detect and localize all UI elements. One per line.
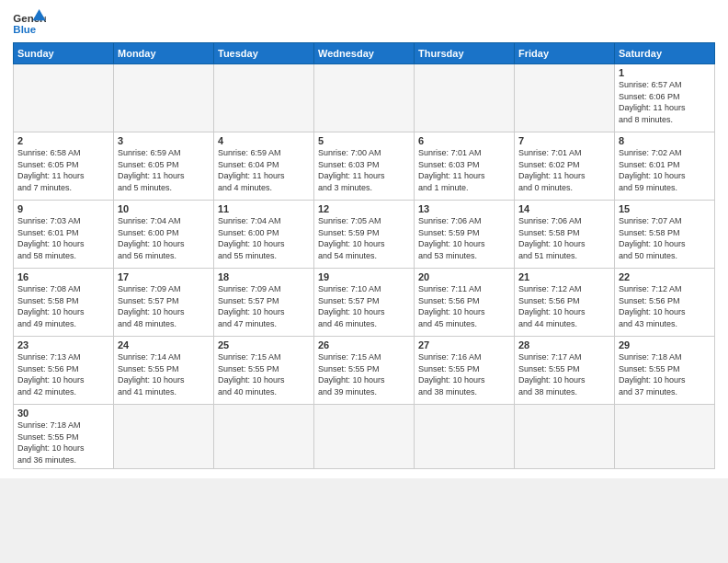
day-number: 8 — [619, 135, 711, 146]
day-cell: 2Sunrise: 6:58 AM Sunset: 6:05 PM Daylig… — [14, 132, 114, 201]
day-info: Sunrise: 7:01 AM Sunset: 6:02 PM Dayligh… — [518, 147, 610, 193]
day-cell: 16Sunrise: 7:08 AM Sunset: 5:58 PM Dayli… — [14, 269, 114, 337]
day-number: 21 — [518, 271, 610, 282]
day-cell: 26Sunrise: 7:15 AM Sunset: 5:55 PM Dayli… — [314, 337, 415, 405]
day-cell: 6Sunrise: 7:01 AM Sunset: 6:03 PM Daylig… — [415, 132, 515, 201]
day-cell — [515, 64, 615, 132]
day-cell: 10Sunrise: 7:04 AM Sunset: 6:00 PM Dayli… — [114, 201, 214, 269]
day-cell: 4Sunrise: 6:59 AM Sunset: 6:04 PM Daylig… — [214, 132, 314, 201]
day-info: Sunrise: 7:02 AM Sunset: 6:01 PM Dayligh… — [619, 147, 711, 193]
week-row-3: 9Sunrise: 7:03 AM Sunset: 6:01 PM Daylig… — [14, 201, 715, 269]
day-info: Sunrise: 7:15 AM Sunset: 5:55 PM Dayligh… — [318, 351, 410, 397]
day-cell: 20Sunrise: 7:11 AM Sunset: 5:56 PM Dayli… — [415, 269, 515, 337]
day-cell — [14, 64, 114, 132]
day-number: 10 — [118, 203, 210, 214]
day-info: Sunrise: 7:17 AM Sunset: 5:55 PM Dayligh… — [518, 351, 610, 397]
day-info: Sunrise: 7:09 AM Sunset: 5:57 PM Dayligh… — [218, 283, 310, 329]
col-header-saturday: Saturday — [615, 43, 715, 64]
col-header-sunday: Sunday — [14, 43, 114, 64]
day-info: Sunrise: 7:00 AM Sunset: 6:03 PM Dayligh… — [318, 147, 410, 193]
day-number: 18 — [218, 271, 310, 282]
day-number: 13 — [418, 203, 510, 214]
day-info: Sunrise: 7:10 AM Sunset: 5:57 PM Dayligh… — [318, 283, 410, 329]
col-header-friday: Friday — [515, 43, 615, 64]
day-cell: 29Sunrise: 7:18 AM Sunset: 5:55 PM Dayli… — [615, 337, 715, 405]
day-info: Sunrise: 7:12 AM Sunset: 5:56 PM Dayligh… — [619, 283, 711, 329]
week-row-4: 16Sunrise: 7:08 AM Sunset: 5:58 PM Dayli… — [14, 269, 715, 337]
day-number: 3 — [118, 135, 210, 146]
day-info: Sunrise: 7:18 AM Sunset: 5:55 PM Dayligh… — [17, 419, 109, 465]
day-cell: 7Sunrise: 7:01 AM Sunset: 6:02 PM Daylig… — [515, 132, 615, 201]
day-info: Sunrise: 6:58 AM Sunset: 6:05 PM Dayligh… — [17, 147, 109, 193]
day-info: Sunrise: 7:09 AM Sunset: 5:57 PM Dayligh… — [118, 283, 210, 329]
day-number: 27 — [418, 339, 510, 350]
day-number: 11 — [218, 203, 310, 214]
day-number: 14 — [518, 203, 610, 214]
day-cell: 27Sunrise: 7:16 AM Sunset: 5:55 PM Dayli… — [415, 337, 515, 405]
day-cell: 23Sunrise: 7:13 AM Sunset: 5:56 PM Dayli… — [14, 337, 114, 405]
day-info: Sunrise: 7:06 AM Sunset: 5:59 PM Dayligh… — [418, 215, 510, 261]
days-of-week-row: SundayMondayTuesdayWednesdayThursdayFrid… — [14, 43, 715, 64]
day-cell — [314, 405, 415, 469]
day-number: 29 — [619, 339, 711, 350]
col-header-monday: Monday — [114, 43, 214, 64]
day-cell: 30Sunrise: 7:18 AM Sunset: 5:55 PM Dayli… — [14, 405, 114, 469]
day-number: 7 — [518, 135, 610, 146]
day-number: 16 — [17, 271, 109, 282]
day-number: 5 — [318, 135, 410, 146]
header: GeneralBlue — [13, 9, 715, 37]
generalblue-logo-icon: GeneralBlue — [13, 9, 46, 37]
week-row-1: 1Sunrise: 6:57 AM Sunset: 6:06 PM Daylig… — [14, 64, 715, 132]
day-cell: 8Sunrise: 7:02 AM Sunset: 6:01 PM Daylig… — [615, 132, 715, 201]
day-cell: 14Sunrise: 7:06 AM Sunset: 5:58 PM Dayli… — [515, 201, 615, 269]
day-cell — [114, 405, 214, 469]
day-number: 20 — [418, 271, 510, 282]
day-cell — [114, 64, 214, 132]
svg-text:Blue: Blue — [13, 24, 36, 35]
day-info: Sunrise: 7:03 AM Sunset: 6:01 PM Dayligh… — [17, 215, 109, 261]
day-cell — [515, 405, 615, 469]
page: GeneralBlue SundayMondayTuesdayWednesday… — [0, 0, 728, 478]
col-header-thursday: Thursday — [415, 43, 515, 64]
week-row-6: 30Sunrise: 7:18 AM Sunset: 5:55 PM Dayli… — [14, 405, 715, 469]
day-number: 28 — [518, 339, 610, 350]
day-cell: 12Sunrise: 7:05 AM Sunset: 5:59 PM Dayli… — [314, 201, 415, 269]
day-cell: 3Sunrise: 6:59 AM Sunset: 6:05 PM Daylig… — [114, 132, 214, 201]
day-number: 17 — [118, 271, 210, 282]
week-row-2: 2Sunrise: 6:58 AM Sunset: 6:05 PM Daylig… — [14, 132, 715, 201]
day-cell: 24Sunrise: 7:14 AM Sunset: 5:55 PM Dayli… — [114, 337, 214, 405]
calendar-table: SundayMondayTuesdayWednesdayThursdayFrid… — [13, 42, 715, 469]
day-info: Sunrise: 7:01 AM Sunset: 6:03 PM Dayligh… — [418, 147, 510, 193]
day-cell: 19Sunrise: 7:10 AM Sunset: 5:57 PM Dayli… — [314, 269, 415, 337]
day-cell — [214, 405, 314, 469]
day-cell: 18Sunrise: 7:09 AM Sunset: 5:57 PM Dayli… — [214, 269, 314, 337]
day-number: 25 — [218, 339, 310, 350]
week-row-5: 23Sunrise: 7:13 AM Sunset: 5:56 PM Dayli… — [14, 337, 715, 405]
day-cell: 22Sunrise: 7:12 AM Sunset: 5:56 PM Dayli… — [615, 269, 715, 337]
logo: GeneralBlue — [13, 9, 46, 37]
day-cell: 9Sunrise: 7:03 AM Sunset: 6:01 PM Daylig… — [14, 201, 114, 269]
day-info: Sunrise: 7:04 AM Sunset: 6:00 PM Dayligh… — [118, 215, 210, 261]
day-cell — [615, 405, 715, 469]
day-number: 15 — [619, 203, 711, 214]
day-number: 19 — [318, 271, 410, 282]
day-info: Sunrise: 7:12 AM Sunset: 5:56 PM Dayligh… — [518, 283, 610, 329]
day-number: 9 — [17, 203, 109, 214]
day-cell — [415, 405, 515, 469]
day-number: 23 — [17, 339, 109, 350]
day-info: Sunrise: 7:06 AM Sunset: 5:58 PM Dayligh… — [518, 215, 610, 261]
day-cell: 13Sunrise: 7:06 AM Sunset: 5:59 PM Dayli… — [415, 201, 515, 269]
day-number: 1 — [619, 67, 711, 78]
day-info: Sunrise: 7:11 AM Sunset: 5:56 PM Dayligh… — [418, 283, 510, 329]
day-cell: 15Sunrise: 7:07 AM Sunset: 5:58 PM Dayli… — [615, 201, 715, 269]
col-header-tuesday: Tuesday — [214, 43, 314, 64]
day-cell: 25Sunrise: 7:15 AM Sunset: 5:55 PM Dayli… — [214, 337, 314, 405]
day-cell: 28Sunrise: 7:17 AM Sunset: 5:55 PM Dayli… — [515, 337, 615, 405]
day-info: Sunrise: 7:05 AM Sunset: 5:59 PM Dayligh… — [318, 215, 410, 261]
col-header-wednesday: Wednesday — [314, 43, 415, 64]
day-cell: 21Sunrise: 7:12 AM Sunset: 5:56 PM Dayli… — [515, 269, 615, 337]
day-info: Sunrise: 7:16 AM Sunset: 5:55 PM Dayligh… — [418, 351, 510, 397]
day-cell: 5Sunrise: 7:00 AM Sunset: 6:03 PM Daylig… — [314, 132, 415, 201]
day-cell — [415, 64, 515, 132]
day-cell — [314, 64, 415, 132]
